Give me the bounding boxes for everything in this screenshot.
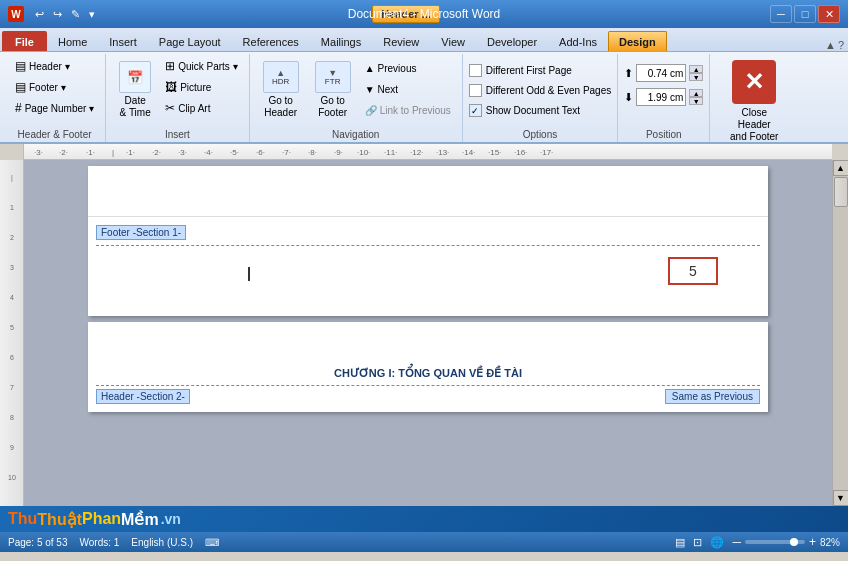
page-number-icon: # [15, 101, 22, 115]
zoom-slider[interactable] [745, 540, 805, 544]
qat-redo[interactable]: ↪ [50, 7, 65, 22]
qat-dropdown[interactable]: ▾ [86, 7, 98, 22]
group-header-footer: ▤ Header ▾ ▤ Footer ▾ # Page Number ▾ He… [4, 54, 106, 142]
ribbon-minimize-btn[interactable]: ▲ [825, 39, 836, 51]
ribbon-tabs: File Home Insert Page Layout References … [0, 28, 848, 52]
group-options: Different First Page Different Odd & Eve… [463, 54, 618, 142]
show-document-text-option[interactable]: ✓ Show Document Text [469, 102, 580, 119]
main-content: | 1 2 3 4 5 6 7 8 9 10 Footer -Section 1… [0, 160, 848, 506]
status-right: ▤ ⊡ 🌐 ─ + 82% [675, 535, 840, 549]
date-time-btn[interactable]: 📅 Date& Time [112, 56, 158, 124]
zoom-in-btn[interactable]: + [809, 535, 816, 549]
group-options-content: Different First Page Different Odd & Eve… [469, 56, 611, 127]
footer-position-row: ⬇ ▲ ▼ [624, 88, 703, 106]
different-odd-even-option[interactable]: Different Odd & Even Pages [469, 82, 611, 99]
svg-text:10: 10 [8, 474, 16, 481]
tab-developer[interactable]: Developer [476, 31, 548, 51]
picture-btn[interactable]: 🖼 Picture [160, 77, 242, 97]
different-first-page-option[interactable]: Different First Page [469, 62, 572, 79]
show-doc-text-checkbox[interactable]: ✓ [469, 104, 482, 117]
scroll-track [833, 176, 848, 490]
header-btn[interactable]: ▤ Header ▾ [10, 56, 99, 76]
close-header-footer-btn[interactable]: ✕ Close Headerand Footer [716, 56, 792, 147]
zoom-bar: ─ + 82% [732, 535, 840, 549]
previous-btn[interactable]: ▲ Previous [360, 58, 456, 78]
svg-text:·4·: ·4· [204, 148, 213, 157]
scroll-up-btn[interactable]: ▲ [833, 160, 849, 176]
tab-home[interactable]: Home [47, 31, 98, 51]
svg-text:·1·: ·1· [86, 148, 95, 157]
different-odd-even-checkbox[interactable] [469, 84, 482, 97]
minimize-btn[interactable]: ─ [770, 5, 792, 23]
goto-footer-btn[interactable]: ▼ FTR Go toFooter [308, 56, 358, 124]
zoom-out-btn[interactable]: ─ [732, 535, 741, 549]
page-2: CHƯƠNG I: TỔNG QUAN VỀ ĐỀ TÀI Header -Se… [88, 322, 768, 412]
tab-add-ins[interactable]: Add-Ins [548, 31, 608, 51]
quick-parts-label: Quick Parts ▾ [178, 61, 237, 72]
qat-save[interactable]: ✎ [68, 7, 83, 22]
group-insert-content: 📅 Date& Time ⊞ Quick Parts ▾ 🖼 Picture ✂… [112, 56, 242, 127]
title-bar-left: W ↩ ↪ ✎ ▾ [8, 6, 102, 22]
tab-mailings[interactable]: Mailings [310, 31, 372, 51]
footer-spin-buttons: ▲ ▼ [689, 89, 703, 105]
quick-parts-icon: ⊞ [165, 59, 175, 73]
group-hf-label: Header & Footer [10, 127, 99, 142]
svg-text:6: 6 [10, 354, 14, 361]
view-full-btn[interactable]: ⊡ [693, 536, 702, 549]
svg-text:4: 4 [10, 294, 14, 301]
goto-header-icon: ▲ HDR [263, 61, 299, 93]
goto-footer-icon: ▼ FTR [315, 61, 351, 93]
tab-file[interactable]: File [2, 31, 47, 51]
title-bar: W ↩ ↪ ✎ ▾ Document4 - Microsoft Word Hea… [0, 0, 848, 28]
next-btn[interactable]: ▼ Next [360, 79, 456, 99]
tab-design[interactable]: Design [608, 31, 667, 51]
quick-parts-btn[interactable]: ⊞ Quick Parts ▾ [160, 56, 242, 76]
header-pos-up-btn[interactable]: ▲ [689, 65, 703, 73]
group-nav-content: ▲ HDR Go toHeader ▼ FTR Go toFooter ▲ Pr… [256, 56, 456, 127]
link-to-previous-btn[interactable]: 🔗 Link to Previous [360, 100, 456, 120]
ribbon-help-btn[interactable]: ? [838, 39, 844, 51]
svg-text:·1·: ·1· [126, 148, 135, 157]
svg-text:·6·: ·6· [256, 148, 265, 157]
header-pos-down-btn[interactable]: ▼ [689, 73, 703, 81]
link-to-previous-label: Link to Previous [380, 105, 451, 116]
clip-art-btn[interactable]: ✂ Clip Art [160, 98, 242, 118]
tab-insert[interactable]: Insert [98, 31, 148, 51]
page-1: Footer -Section 1- 5 [88, 166, 768, 316]
footer-pos-up-btn[interactable]: ▲ [689, 89, 703, 97]
svg-text:|: | [11, 174, 13, 182]
previous-icon: ▲ [365, 63, 375, 74]
svg-text:5: 5 [10, 324, 14, 331]
footer-from-bottom-input[interactable] [636, 88, 686, 106]
header-label: Header ▾ [29, 61, 70, 72]
hf-buttons: ▤ Header ▾ ▤ Footer ▾ # Page Number ▾ [10, 56, 99, 118]
footer-btn[interactable]: ▤ Footer ▾ [10, 77, 99, 97]
group-position: ⬆ ▲ ▼ ⬇ ▲ ▼ Position [618, 54, 710, 142]
different-first-page-checkbox[interactable] [469, 64, 482, 77]
language-info: English (U.S.) [131, 537, 193, 548]
window-close-btn[interactable]: ✕ [818, 5, 840, 23]
svg-text:·12·: ·12· [410, 148, 423, 157]
svg-text:·3·: ·3· [178, 148, 187, 157]
goto-header-btn[interactable]: ▲ HDR Go toHeader [256, 56, 306, 124]
scroll-thumb[interactable] [834, 177, 848, 207]
page-number-btn[interactable]: # Page Number ▾ [10, 98, 99, 118]
tab-references[interactable]: References [232, 31, 310, 51]
nav-small-btns: ▲ Previous ▼ Next 🔗 Link to Previous [360, 58, 456, 120]
link-icon: 🔗 [365, 105, 377, 116]
tab-review[interactable]: Review [372, 31, 430, 51]
maximize-btn[interactable]: □ [794, 5, 816, 23]
qat-undo[interactable]: ↩ [32, 7, 47, 22]
page-number-box: 5 [668, 257, 718, 285]
footer-pos-down-btn[interactable]: ▼ [689, 97, 703, 105]
view-print-btn[interactable]: ▤ [675, 536, 685, 549]
tab-page-layout[interactable]: Page Layout [148, 31, 232, 51]
view-web-btn[interactable]: 🌐 [710, 536, 724, 549]
group-navigation: ▲ HDR Go toHeader ▼ FTR Go toFooter ▲ Pr… [250, 54, 463, 142]
next-label: Next [378, 84, 399, 95]
svg-text:·17·: ·17· [540, 148, 553, 157]
scroll-down-btn[interactable]: ▼ [833, 490, 849, 506]
tab-view[interactable]: View [430, 31, 476, 51]
header-from-top-input[interactable] [636, 64, 686, 82]
quick-access-toolbar: ↩ ↪ ✎ ▾ [28, 7, 102, 22]
